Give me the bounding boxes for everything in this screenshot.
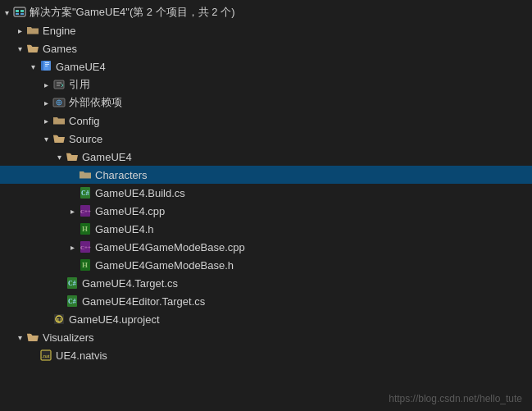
svg-text:C#: C# xyxy=(68,298,76,305)
tree-arrow-source[interactable] xyxy=(39,132,52,145)
svg-text:H: H xyxy=(82,225,88,233)
tree-label-visualizers: Visualizers xyxy=(43,331,532,344)
tree-icon-natvis: .nat xyxy=(39,349,52,362)
tree-icon-games xyxy=(26,42,39,55)
tree-label-natvis: UE4.natvis xyxy=(56,349,532,362)
tree-arrow-solution[interactable] xyxy=(0,6,13,19)
tree-label-gameue4-h: GameUE4.h xyxy=(95,223,532,235)
tree-icon-uproject: U xyxy=(52,313,66,326)
tree-item-waibu[interactable]: 外部依赖项 xyxy=(0,94,532,112)
tree-icon-visualizers xyxy=(26,331,39,344)
tree-item-gameue4-src[interactable]: GameUE4 xyxy=(0,148,532,166)
tree-icon-config xyxy=(52,114,66,127)
tree-label-gamemodebase-cpp: GameUE4GameModeBase.cpp xyxy=(95,241,532,253)
tree-item-visualizers[interactable]: Visualizers xyxy=(0,328,532,346)
tree-item-natvis[interactable]: .nat UE4.natvis xyxy=(0,346,532,364)
tree-item-gamemodebase-cpp[interactable]: C++ GameUE4GameModeBase.cpp xyxy=(0,238,532,256)
tree-arrow-gameue4-cpp[interactable] xyxy=(66,204,79,217)
tree-icon-gamemodebase-h: H xyxy=(79,258,92,272)
tree-label-gameue4-cpp: GameUE4.cpp xyxy=(95,205,532,217)
tree-item-gameue4-h[interactable]: H GameUE4.h xyxy=(0,220,532,238)
tree-label-source: Source xyxy=(69,133,532,145)
svg-rect-9 xyxy=(45,66,48,66)
tree-icon-solution xyxy=(13,6,26,19)
tree-label-uproject: GameUE4.uproject xyxy=(69,313,532,326)
svg-rect-2 xyxy=(20,10,24,12)
tree-arrow-yinyong[interactable] xyxy=(39,78,52,91)
tree-arrow-gameue4-src[interactable] xyxy=(52,150,66,163)
tree-item-gamemodebase-h[interactable]: H GameUE4GameModeBase.h xyxy=(0,256,532,274)
tree-icon-editor-target-cs: C# xyxy=(66,295,79,308)
tree-icon-yinyong xyxy=(52,78,66,91)
tree-arrow-config[interactable] xyxy=(39,114,52,127)
svg-rect-1 xyxy=(16,10,19,12)
solution-explorer: 解决方案"GameUE4"(第 2 个项目，共 2 个) Engine Game… xyxy=(0,0,532,368)
tree-item-uproject[interactable]: U GameUE4.uproject xyxy=(0,310,532,328)
tree-arrow-gamemodebase-cpp[interactable] xyxy=(66,240,79,253)
tree-item-yinyong[interactable]: 引用 xyxy=(0,75,532,94)
tree-icon-gameue4-src xyxy=(66,150,79,163)
tree-label-characters: Characters xyxy=(95,169,532,181)
tree-label-waibu: 外部依赖项 xyxy=(69,95,532,110)
tree-icon-gameue4-cpp: C++ xyxy=(79,204,92,217)
tree-item-editor-target-cs[interactable]: C# GameUE4Editor.Target.cs xyxy=(0,292,532,310)
tree-item-engine[interactable]: Engine xyxy=(0,21,532,39)
svg-text:C#: C# xyxy=(68,280,76,287)
tree-icon-gameue4-h: H xyxy=(79,222,92,235)
tree-label-build-cs: GameUE4.Build.cs xyxy=(95,187,532,199)
tree-label-gameue4: GameUE4 xyxy=(56,61,532,73)
tree-label-gamemodebase-h: GameUE4GameModeBase.h xyxy=(95,259,532,272)
svg-text:H: H xyxy=(82,261,88,269)
svg-rect-4 xyxy=(20,13,24,15)
svg-text:.nat: .nat xyxy=(42,353,50,358)
tree-item-config[interactable]: Config xyxy=(0,112,532,130)
tree-item-build-cs[interactable]: C# GameUE4.Build.cs xyxy=(0,184,532,202)
svg-text:C++: C++ xyxy=(80,208,91,215)
tree-icon-characters xyxy=(79,168,92,181)
tree-icon-build-cs: C# xyxy=(79,186,92,199)
svg-rect-3 xyxy=(16,13,19,15)
tree-label-games: Games xyxy=(43,43,532,55)
tree-icon-gamemodebase-cpp: C++ xyxy=(79,240,92,253)
svg-text:C++: C++ xyxy=(80,244,91,251)
watermark: https://blog.csdn.net/hello_tute xyxy=(389,393,522,404)
tree-icon-waibu xyxy=(52,96,66,109)
tree-item-target-cs[interactable]: C# GameUE4.Target.cs xyxy=(0,274,532,292)
tree-icon-source xyxy=(52,132,66,145)
tree-arrow-visualizers[interactable] xyxy=(13,331,26,344)
tree-arrow-gameue4[interactable] xyxy=(26,60,39,73)
tree-item-games[interactable]: Games xyxy=(0,39,532,57)
svg-rect-7 xyxy=(45,62,49,63)
tree-label-gameue4-src: GameUE4 xyxy=(82,151,532,163)
tree-arrow-games[interactable] xyxy=(13,42,26,55)
tree-label-yinyong: 引用 xyxy=(69,77,532,92)
tree-icon-target-cs: C# xyxy=(66,276,79,290)
svg-rect-8 xyxy=(45,64,49,65)
tree-icon-engine xyxy=(26,24,39,37)
tree-item-solution[interactable]: 解决方案"GameUE4"(第 2 个项目，共 2 个) xyxy=(0,3,532,21)
tree-item-source[interactable]: Source xyxy=(0,130,532,148)
tree-arrow-waibu[interactable] xyxy=(39,96,52,109)
tree-label-config: Config xyxy=(69,115,532,127)
tree-item-characters[interactable]: Characters xyxy=(0,166,532,184)
tree-item-gameue4[interactable]: GameUE4 xyxy=(0,57,532,75)
tree-item-gameue4-cpp[interactable]: C++ GameUE4.cpp xyxy=(0,202,532,220)
tree-icon-gameue4 xyxy=(39,60,52,73)
tree-label-solution: 解决方案"GameUE4"(第 2 个项目，共 2 个) xyxy=(30,5,532,20)
svg-text:U: U xyxy=(57,317,61,323)
tree-label-target-cs: GameUE4.Target.cs xyxy=(82,277,532,290)
tree-label-engine: Engine xyxy=(43,25,532,37)
svg-text:C#: C# xyxy=(81,190,89,197)
tree-label-editor-target-cs: GameUE4Editor.Target.cs xyxy=(82,295,532,308)
tree-arrow-engine[interactable] xyxy=(13,24,26,37)
